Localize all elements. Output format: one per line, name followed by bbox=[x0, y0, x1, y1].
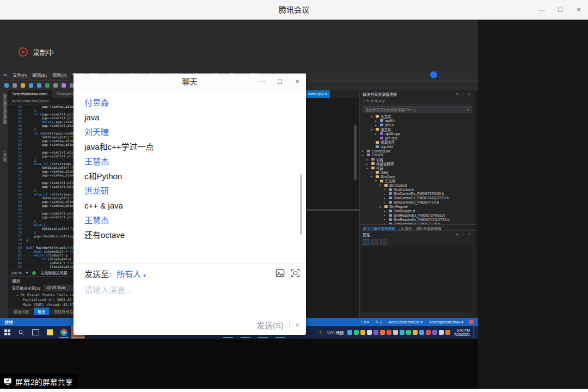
tree-item: ▾头文件 bbox=[360, 179, 475, 183]
record-icon bbox=[19, 47, 28, 57]
line-number: 71 bbox=[8, 211, 26, 215]
send-options-chevron-icon[interactable]: ∨ bbox=[295, 321, 299, 328]
tree-item: ▾头文件 bbox=[360, 114, 475, 119]
solution-tree: ▾头文件▸apdll.h▸pch.h▾源文件▸updlll.cpppch.cpp… bbox=[360, 114, 475, 224]
tree-item-label: SimRequireEx_FMDG747QOTS3.h bbox=[394, 218, 450, 222]
vs-solution-explorer: 解决方案资源管理器 ▾ ▫ × ⌂ ↻ ⊕ ⊞ ▾ ⚲ 搜索解决方案资源管理器(… bbox=[359, 90, 475, 230]
running-app-underline bbox=[223, 337, 233, 338]
screenshot-button[interactable] bbox=[290, 268, 301, 280]
clock-time: 8:40 PM bbox=[457, 328, 470, 332]
tray-icon bbox=[387, 330, 391, 335]
line-number: 78 bbox=[8, 238, 26, 242]
line-number: 75 bbox=[8, 226, 26, 230]
tree-item: ▸SimControl.h bbox=[360, 187, 475, 192]
running-app-underline bbox=[275, 337, 285, 338]
file-icon bbox=[376, 145, 379, 148]
chat-close-button[interactable]: × bbox=[289, 74, 306, 90]
tray-icon bbox=[347, 330, 352, 335]
tray-icon bbox=[400, 330, 405, 335]
tray-icon bbox=[373, 330, 378, 335]
search-icon bbox=[14, 326, 28, 339]
vs-toolbar-icons bbox=[4, 83, 74, 88]
chat-maximize-button[interactable]: □ bbox=[271, 74, 289, 90]
proj-icon bbox=[367, 154, 370, 156]
tree-caret-icon: ▸ bbox=[371, 171, 374, 174]
file-icon bbox=[389, 201, 392, 204]
vs-side-dock: 服务器资源管理器 工具箱 bbox=[0, 90, 8, 318]
solution-explorer-toolbar: ⌂ ↻ ⊕ ⊞ ▾ ⚲ bbox=[360, 97, 475, 105]
tray-icon bbox=[354, 330, 359, 335]
code-text: } bbox=[26, 238, 28, 242]
tree-item-label: SimRequireEx_FMDG777X.h bbox=[394, 222, 440, 224]
send-button[interactable]: 发送(S) bbox=[256, 319, 284, 330]
line-number: 77 bbox=[8, 234, 26, 238]
vs-zoom-level: 100 % bbox=[11, 271, 22, 275]
tray-icon bbox=[380, 330, 385, 335]
vs-ready-label: 就绪 bbox=[4, 319, 13, 325]
tray-icon bbox=[393, 330, 398, 335]
chat-message-text: java和c++学过一点 bbox=[84, 139, 291, 154]
line-number: 72 bbox=[8, 215, 26, 219]
solution-explorer-title: 解决方案资源管理器 bbox=[363, 91, 397, 97]
folder-icon bbox=[376, 141, 379, 144]
minimize-button[interactable]: — bbox=[532, 0, 551, 20]
line-number: 66 bbox=[8, 192, 26, 196]
line-number: 69 bbox=[8, 204, 26, 207]
tree-caret-icon: ▾ bbox=[362, 154, 365, 157]
close-button[interactable]: × bbox=[569, 0, 588, 20]
tree-caret-icon: ▸ bbox=[384, 201, 387, 204]
taskbar-clock: 8:40 PM 7/15/2021 bbox=[454, 328, 470, 337]
line-number: 79 bbox=[8, 242, 26, 246]
screen-share-banner: 屏幕2的屏幕共享 bbox=[0, 374, 78, 389]
message-input[interactable]: 请输入消息... bbox=[84, 284, 291, 316]
statusbar-item: ↑ 0 ▾ bbox=[361, 320, 369, 324]
send-to-dropdown[interactable]: 所有人 ▾ bbox=[117, 268, 146, 279]
line-number: 54 bbox=[8, 146, 26, 150]
file-icon bbox=[389, 210, 392, 212]
tree-item: ▸Connect.lwt bbox=[360, 149, 475, 153]
file-icon bbox=[389, 214, 392, 217]
code-text: isBack = true; bbox=[26, 261, 77, 265]
chevron-down-icon: ▾ bbox=[143, 273, 146, 278]
line-number: 64 bbox=[8, 185, 26, 188]
tree-item-label: SimControl.h bbox=[394, 188, 414, 192]
tree-item: ▸SimControlEx_FMDG747QOTS3.h bbox=[360, 196, 475, 200]
bottom-panel-tab: 输出 bbox=[34, 308, 49, 315]
tree-caret-icon: ▸ bbox=[384, 197, 387, 200]
recording-indicator[interactable]: 录制中 bbox=[19, 47, 54, 57]
tray-icon bbox=[445, 330, 450, 335]
code-text: } bbox=[26, 108, 36, 112]
chat-scrollbar[interactable] bbox=[300, 174, 302, 235]
chrome-icon bbox=[57, 326, 71, 339]
tree-caret-icon: ▸ bbox=[362, 149, 365, 152]
maximize-button[interactable]: □ bbox=[551, 0, 569, 20]
vs-statusbar-right: ↑ 0 ▾✎ 1AeroConnectorScr ▾development zh… bbox=[361, 320, 463, 324]
vs-tab-maincpp: main.cpp × bbox=[305, 90, 330, 98]
line-number: 85 bbox=[8, 265, 26, 268]
vs-properties-panel: 属性 ▾ ▫ × bbox=[359, 230, 475, 318]
properties-title: 属性 bbox=[363, 232, 370, 237]
screen-share-icon bbox=[3, 377, 12, 386]
tray-icon bbox=[432, 330, 437, 335]
line-number: 82 bbox=[8, 253, 26, 257]
statusbar-item: ✎ 1 bbox=[376, 320, 382, 324]
line-number: 81 bbox=[8, 249, 26, 253]
tree-caret-icon: ▸ bbox=[384, 192, 387, 195]
line-number: 57 bbox=[8, 158, 26, 162]
chat-minimize-button[interactable]: — bbox=[254, 74, 271, 90]
chat-titlebar[interactable]: 聊天 — □ × bbox=[74, 74, 306, 90]
line-number: 44 bbox=[8, 108, 26, 112]
system-tray: ☾ 33°C 晴朗 8:40 PM 7/15/2021 bbox=[319, 326, 478, 339]
clock-date: 7/15/2021 bbox=[454, 333, 470, 336]
code-text: if (displayWin) { bbox=[26, 257, 75, 261]
line-number: 49 bbox=[8, 127, 26, 131]
vs-toolbar-icon bbox=[4, 83, 9, 88]
line-number: 58 bbox=[8, 162, 26, 166]
tree-item-label: SimControlEx_FMDG737NG3.h bbox=[394, 192, 444, 195]
ref-icon bbox=[371, 158, 375, 161]
tree-item-label: SimRequire bbox=[389, 205, 408, 209]
code-text: else { bbox=[26, 223, 46, 226]
send-image-button[interactable] bbox=[275, 268, 285, 280]
chat-divider bbox=[74, 263, 306, 264]
panel-header-icons: ▾ ▫ × bbox=[456, 92, 472, 96]
